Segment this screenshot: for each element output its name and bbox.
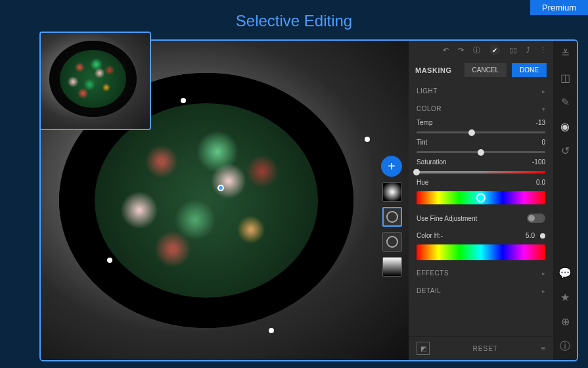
mask-center-handle[interactable] xyxy=(217,185,224,191)
temp-slider[interactable]: Temp -13 xyxy=(409,116,553,136)
undo-icon[interactable]: ↶ xyxy=(443,46,449,55)
cancel-button[interactable]: CANCEL xyxy=(464,63,507,77)
effects-label: EFFECTS xyxy=(417,269,449,277)
info-icon[interactable]: ⓘ xyxy=(473,45,480,55)
right-rail: ≚ ◫ ✎ ◉ ↺ 💬 ★ ⊕ ⓘ xyxy=(553,41,577,360)
page-title: Selective Editing xyxy=(236,12,352,30)
color-hue-value: 5.0 xyxy=(526,232,535,239)
thumbnail-image xyxy=(41,33,150,129)
color-section-header[interactable]: COLOR ▾ xyxy=(409,99,553,116)
more-icon[interactable]: ⊕ xyxy=(561,315,570,328)
chevron-right-icon: ▸ xyxy=(542,288,546,294)
compare-icon[interactable]: ▯▯ xyxy=(509,46,517,55)
chevron-right-icon: ▸ xyxy=(542,88,546,95)
saturation-label: Saturation xyxy=(417,158,447,166)
mask-stack xyxy=(382,182,402,277)
crop-icon[interactable]: ◫ xyxy=(560,72,570,84)
adjust-icon[interactable]: ≚ xyxy=(561,47,570,60)
chevron-right-icon: ▸ xyxy=(542,270,546,277)
top-toolbar: ↶ ↷ ⓘ ✔ ▯▯ ⤴ ⋮ xyxy=(409,41,553,59)
light-section-header[interactable]: LIGHT ▸ xyxy=(409,81,553,99)
done-button[interactable]: DONE xyxy=(512,63,547,77)
confirm-icon[interactable]: ✔ xyxy=(489,45,500,55)
bottom-bar: ◩ RESET ≡ xyxy=(409,336,553,360)
mask-thumb-ellipse[interactable] xyxy=(382,207,402,227)
light-label: LIGHT xyxy=(417,87,438,95)
tint-label: Tint xyxy=(417,139,427,146)
menu-icon[interactable]: ≡ xyxy=(541,344,545,352)
chevron-down-icon: ▾ xyxy=(542,106,546,112)
effects-section-header[interactable]: EFFECTS ▸ xyxy=(409,263,553,281)
tint-value: 0 xyxy=(541,139,545,146)
tint-slider[interactable]: Tint 0 xyxy=(409,136,553,156)
masking-label: MASKING xyxy=(415,66,459,74)
more-icon[interactable]: ⋮ xyxy=(539,46,547,55)
comment-icon[interactable]: 💬 xyxy=(558,267,572,279)
edit-panel: ↶ ↷ ⓘ ✔ ▯▯ ⤴ ⋮ MASKING CANCEL DONE LIGHT… xyxy=(409,41,553,360)
redo-icon[interactable]: ↷ xyxy=(458,46,464,55)
mask-thumb-brush[interactable] xyxy=(382,232,402,252)
premium-badge[interactable]: Premium xyxy=(530,0,588,15)
fine-adjustment-label: Use Fine Adjustment xyxy=(417,215,477,222)
mask-header: MASKING CANCEL DONE xyxy=(409,59,553,81)
saturation-value: -100 xyxy=(532,158,545,166)
temp-label: Temp xyxy=(417,119,432,126)
mask-thumb-gradient[interactable] xyxy=(382,257,402,277)
color-hue-row: Color H:- 5.0 xyxy=(409,229,553,242)
mask-handle[interactable] xyxy=(365,137,370,142)
star-icon[interactable]: ★ xyxy=(560,291,570,304)
fine-adjustment-toggle[interactable] xyxy=(527,214,545,223)
share-icon[interactable]: ⤴ xyxy=(526,46,530,54)
temp-value: -13 xyxy=(536,119,545,126)
history-icon[interactable]: ↺ xyxy=(561,145,570,157)
detail-section-header[interactable]: DETAIL ▸ xyxy=(409,281,553,298)
add-mask-button[interactable]: + xyxy=(381,156,402,177)
color-swatch-icon[interactable] xyxy=(540,233,545,239)
reset-button[interactable]: RESET xyxy=(473,345,498,352)
color-hue-label: Color H:- xyxy=(417,232,443,239)
fine-adjustment-row: Use Fine Adjustment xyxy=(409,207,553,229)
original-thumbnail[interactable] xyxy=(39,32,151,130)
heal-icon[interactable]: ✎ xyxy=(561,96,570,108)
color-hue-slider[interactable] xyxy=(417,244,545,260)
saturation-slider[interactable]: Saturation -100 xyxy=(409,156,553,176)
selective-icon[interactable]: ◉ xyxy=(560,120,570,133)
color-label: COLOR xyxy=(417,105,441,112)
hue-slider[interactable] xyxy=(417,191,545,204)
hue-label: Hue xyxy=(417,179,428,186)
hue-value: 0.0 xyxy=(536,179,545,186)
info-icon[interactable]: ⓘ xyxy=(560,340,570,354)
mask-thumb-radial[interactable] xyxy=(382,182,402,202)
preset-icon[interactable]: ◩ xyxy=(417,342,430,355)
hue-slider-row: Hue 0.0 xyxy=(409,176,553,189)
detail-label: DETAIL xyxy=(417,287,441,294)
